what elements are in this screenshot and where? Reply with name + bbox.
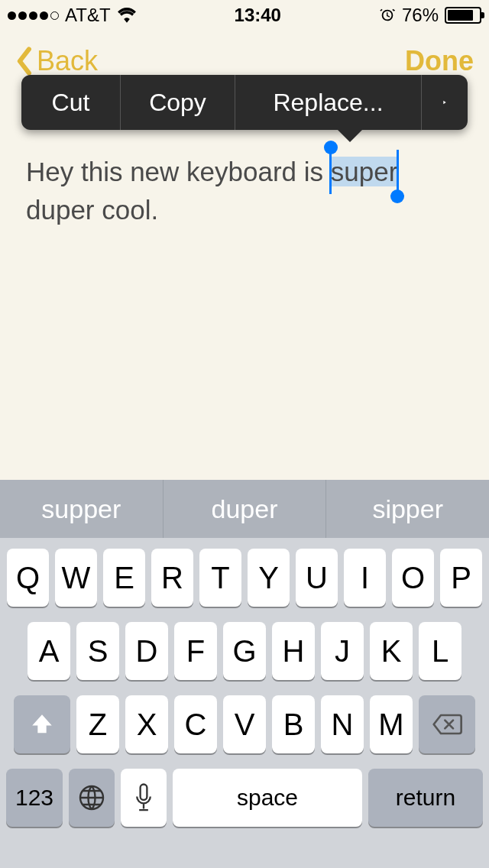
replace-button[interactable]: Replace...: [235, 75, 422, 130]
shift-icon: [29, 711, 55, 737]
quicktype-bar: supper duper sipper: [0, 480, 489, 538]
status-bar: AT&T 13:40 76%: [0, 0, 489, 31]
signal-strength-icon: [8, 11, 59, 20]
battery-percentage: 76%: [402, 5, 439, 26]
back-label: Back: [37, 45, 98, 77]
globe-key[interactable]: [69, 769, 115, 827]
key-g[interactable]: G: [223, 622, 266, 680]
dictation-key[interactable]: [121, 769, 167, 827]
note-body[interactable]: Hey this new keyboard is super duper coo…: [26, 153, 463, 228]
numbers-key[interactable]: 123: [6, 769, 63, 827]
key-r[interactable]: R: [151, 549, 193, 607]
key-m[interactable]: M: [370, 695, 413, 753]
svg-rect-1: [141, 784, 147, 799]
key-f[interactable]: F: [174, 622, 217, 680]
return-key[interactable]: return: [368, 769, 483, 827]
keyboard-row-3: Z X C V B N M: [6, 695, 483, 753]
battery-icon: [445, 7, 481, 24]
backspace-icon: [432, 713, 462, 736]
backspace-key[interactable]: [419, 695, 475, 753]
text-edit-menu: Cut Copy Replace...: [21, 75, 468, 130]
key-n[interactable]: N: [321, 695, 364, 753]
key-c[interactable]: C: [174, 695, 217, 753]
key-e[interactable]: E: [103, 549, 145, 607]
key-q[interactable]: Q: [7, 549, 49, 607]
key-y[interactable]: Y: [248, 549, 290, 607]
key-s[interactable]: S: [76, 622, 119, 680]
more-menu-button[interactable]: [422, 75, 468, 130]
key-k[interactable]: K: [370, 622, 413, 680]
alarm-icon: [379, 7, 396, 24]
key-j[interactable]: J: [321, 622, 364, 680]
key-a[interactable]: A: [28, 622, 70, 680]
selected-text: super: [331, 157, 398, 186]
key-h[interactable]: H: [272, 622, 315, 680]
selection-handle-start[interactable]: [324, 141, 338, 154]
key-b[interactable]: B: [272, 695, 315, 753]
key-u[interactable]: U: [296, 549, 338, 607]
microphone-icon: [134, 783, 153, 812]
key-t[interactable]: T: [199, 549, 241, 607]
key-x[interactable]: X: [125, 695, 168, 753]
copy-button[interactable]: Copy: [121, 75, 235, 130]
cut-button[interactable]: Cut: [21, 75, 121, 130]
status-time: 13:40: [235, 5, 281, 26]
globe-icon: [78, 784, 105, 811]
shift-key[interactable]: [14, 695, 70, 753]
triangle-right-icon: [443, 93, 446, 112]
text-selection[interactable]: super: [331, 153, 398, 191]
keyboard-row-4: 123 space return: [6, 769, 483, 827]
suggestion-1[interactable]: supper: [0, 480, 164, 538]
done-button[interactable]: Done: [405, 45, 474, 77]
selection-handle-end[interactable]: [390, 189, 404, 203]
suggestion-2[interactable]: duper: [164, 480, 327, 538]
suggestion-3[interactable]: sipper: [326, 480, 489, 538]
key-o[interactable]: O: [392, 549, 434, 607]
key-v[interactable]: V: [223, 695, 266, 753]
note-text-before: Hey this new keyboard is: [26, 157, 331, 186]
keyboard: supper duper sipper Q W E R T Y U I O P …: [0, 480, 489, 868]
space-key[interactable]: space: [173, 769, 362, 827]
note-text-after: duper cool.: [26, 195, 158, 225]
key-i[interactable]: I: [344, 549, 386, 607]
key-l[interactable]: L: [419, 622, 461, 680]
key-p[interactable]: P: [440, 549, 482, 607]
back-button[interactable]: Back: [15, 45, 98, 77]
chevron-left-icon: [15, 47, 32, 76]
key-z[interactable]: Z: [76, 695, 119, 753]
keyboard-row-1: Q W E R T Y U I O P: [6, 549, 483, 607]
wifi-icon: [117, 5, 137, 25]
keyboard-row-2: A S D F G H J K L: [6, 622, 483, 680]
edit-menu-pointer: [336, 128, 364, 142]
carrier-label: AT&T: [65, 5, 111, 26]
key-d[interactable]: D: [125, 622, 168, 680]
key-w[interactable]: W: [55, 549, 97, 607]
